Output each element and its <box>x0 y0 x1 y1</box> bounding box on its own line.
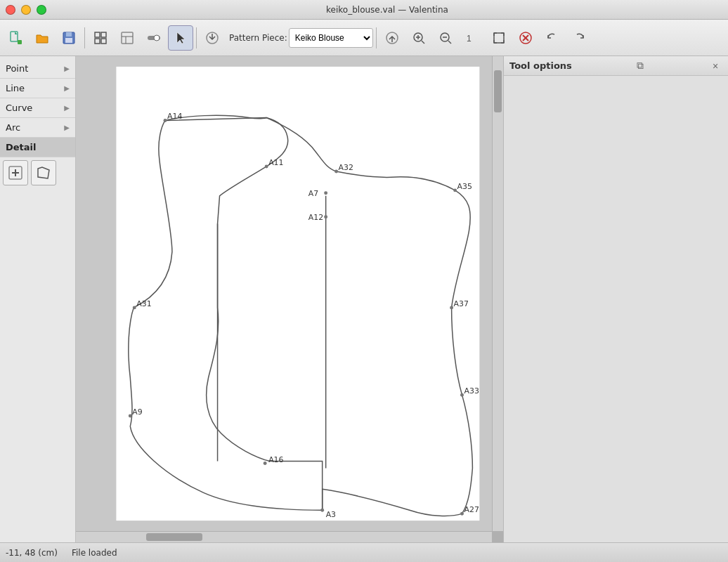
layout-button[interactable] <box>88 25 113 51</box>
panel-float-button[interactable]: ⧉ <box>633 59 647 73</box>
point-A3 <box>320 509 324 512</box>
separator-1 <box>84 27 85 48</box>
drawing-canvas[interactable]: A14 A11 A32 A35 A7 A12 A31 <box>76 56 492 531</box>
label-A32: A32 <box>339 163 353 172</box>
open-button[interactable] <box>30 25 55 51</box>
pattern-piece-label: Pattern Piece: <box>229 33 287 43</box>
label-A14: A14 <box>167 112 182 121</box>
cursor-button[interactable] <box>168 25 193 51</box>
svg-rect-9 <box>122 32 133 44</box>
svg-rect-26 <box>494 33 504 43</box>
svg-rect-1 <box>18 40 22 44</box>
status-text: File loaded <box>72 548 117 558</box>
sidebar-item-curve[interactable]: Curve ▶ <box>0 98 75 118</box>
sidebar-item-detail[interactable]: Detail <box>0 138 75 157</box>
svg-rect-8 <box>101 39 106 44</box>
point-A9 <box>129 414 132 417</box>
pattern-piece-select[interactable]: Keiko Blouse <box>289 28 373 48</box>
zoom-out-button[interactable] <box>433 25 458 51</box>
point-A11 <box>265 165 268 169</box>
svg-rect-6 <box>101 32 106 37</box>
tool-options-content <box>504 76 728 542</box>
title-bar: keiko_blouse.val — Valentina <box>0 0 728 20</box>
point-A12 <box>324 215 327 218</box>
point-A37 <box>450 306 453 309</box>
label-A35: A35 <box>457 182 472 191</box>
add-detail-button[interactable] <box>3 160 28 185</box>
tool-options-header: Tool options ⧉ × <box>504 56 728 76</box>
right-panel: Tool options ⧉ × <box>503 56 728 542</box>
main-area: Point ▶ Line ▶ Curve ▶ Arc ▶ Detail <box>0 56 728 542</box>
label-A3: A3 <box>326 510 336 519</box>
sidebar-item-arc[interactable]: Arc ▶ <box>0 118 75 138</box>
toolbar: Pattern Piece: Keiko Blouse 1 <box>0 20 728 56</box>
toggle-button[interactable] <box>141 25 167 51</box>
detail-buttons-area <box>0 157 75 188</box>
point-A27 <box>460 512 464 516</box>
svg-rect-3 <box>66 32 72 37</box>
stop-button[interactable] <box>513 25 538 51</box>
separator-2 <box>196 27 197 48</box>
zoom-100-button[interactable]: 1 <box>460 25 485 51</box>
close-button[interactable] <box>6 5 15 15</box>
sidebar: Point ▶ Line ▶ Curve ▶ Arc ▶ Detail <box>0 56 76 542</box>
separator-3 <box>376 27 377 48</box>
svg-rect-7 <box>95 39 100 44</box>
fit-button[interactable] <box>486 25 512 51</box>
label-A7: A7 <box>308 189 318 198</box>
export-button[interactable] <box>379 25 405 51</box>
detail-shape-button[interactable] <box>31 160 56 185</box>
label-A31: A31 <box>136 299 151 308</box>
sidebar-item-point[interactable]: Point ▶ <box>0 59 75 79</box>
horizontal-scroll-thumb[interactable] <box>146 533 202 541</box>
label-A12: A12 <box>308 213 323 222</box>
coordinates: -11, 48 (cm) <box>6 548 58 558</box>
panel-close-button[interactable]: × <box>708 59 722 73</box>
svg-line-24 <box>448 41 451 44</box>
statusbar: -11, 48 (cm) File loaded <box>0 542 728 562</box>
curve-arrow-icon: ▶ <box>64 104 70 112</box>
label-A37: A37 <box>454 299 469 308</box>
import-button[interactable] <box>200 25 225 51</box>
point-A7 <box>324 191 327 195</box>
label-A9: A9 <box>132 407 142 417</box>
redo-button[interactable] <box>566 25 592 51</box>
draft-button[interactable] <box>115 25 140 51</box>
new-button[interactable] <box>3 25 28 51</box>
point-A14 <box>164 119 167 122</box>
svg-line-21 <box>422 41 424 44</box>
label-A33: A33 <box>464 386 479 396</box>
point-A33 <box>460 393 464 397</box>
label-A11: A11 <box>268 158 283 167</box>
point-A32 <box>334 170 338 174</box>
zoom-in-button[interactable] <box>406 25 431 51</box>
undo-button[interactable] <box>540 25 565 51</box>
horizontal-scrollbar[interactable] <box>76 531 492 542</box>
pattern-svg: A14 A11 A32 A35 A7 A12 A31 <box>76 56 492 531</box>
line-arrow-icon: ▶ <box>64 84 70 92</box>
minimize-button[interactable] <box>21 5 31 15</box>
vertical-scroll-thumb[interactable] <box>494 70 502 112</box>
save-button[interactable] <box>56 25 82 51</box>
window-title: keiko_blouse.val — Valentina <box>52 5 722 15</box>
label-A27: A27 <box>464 505 479 514</box>
sidebar-item-line[interactable]: Line ▶ <box>0 79 75 98</box>
point-A16 <box>264 462 267 465</box>
svg-rect-4 <box>65 38 72 43</box>
point-arrow-icon: ▶ <box>64 65 70 72</box>
tool-options-title: Tool options <box>509 60 572 71</box>
arc-arrow-icon: ▶ <box>64 124 70 131</box>
svg-point-13 <box>154 35 160 41</box>
label-A16: A16 <box>268 455 283 464</box>
point-A35 <box>453 188 457 192</box>
point-A31 <box>133 306 136 309</box>
svg-rect-0 <box>11 32 18 41</box>
svg-rect-5 <box>95 32 100 37</box>
maximize-button[interactable] <box>37 5 46 15</box>
svg-text:1: 1 <box>467 34 472 44</box>
canvas-area[interactable]: A14 A11 A32 A35 A7 A12 A31 <box>76 56 503 542</box>
vertical-scrollbar[interactable] <box>492 56 503 531</box>
